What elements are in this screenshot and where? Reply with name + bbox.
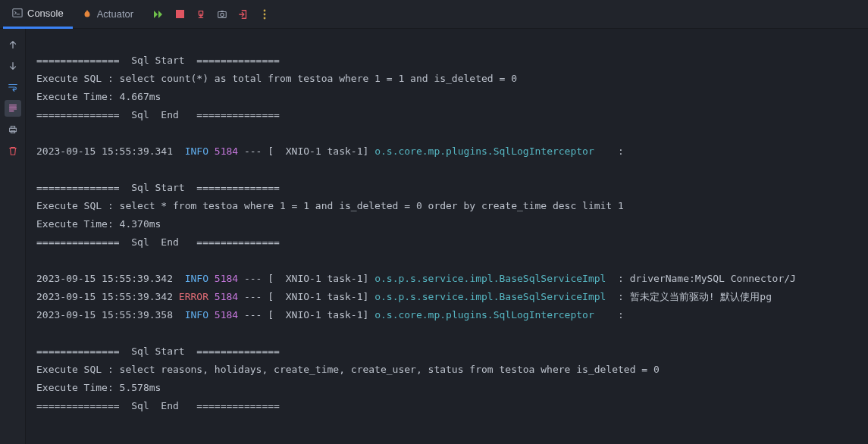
log-line: ============== Sql Start ==============	[36, 342, 857, 361]
svg-point-7	[264, 17, 266, 19]
log-line	[36, 33, 857, 52]
toolbar-actions	[149, 5, 274, 24]
toolbar: Console Actuator	[0, 0, 868, 29]
gutter	[0, 29, 26, 444]
log-line: ============== Sql Start ==============	[36, 52, 857, 70]
log-line	[36, 324, 857, 342]
clear-button[interactable]	[5, 142, 21, 159]
exit-button[interactable]	[233, 5, 253, 24]
console-output[interactable]: ============== Sql Start ==============E…	[26, 29, 868, 444]
log-line	[36, 161, 857, 179]
log-line: 2023-09-15 15:55:39.358 INFO 5184 --- [ …	[36, 306, 857, 324]
svg-point-6	[264, 13, 266, 15]
log-line: Execute Time: 4.667ms	[36, 88, 857, 106]
more-button[interactable]	[255, 5, 274, 24]
log-line: Execute SQL : select * from testoa where…	[36, 197, 857, 215]
scroll-up-button[interactable]	[5, 36, 21, 53]
log-line: 2023-09-15 15:55:39.341 INFO 5184 --- [ …	[36, 142, 857, 161]
log-line: ============== Sql End ==============	[36, 233, 857, 252]
tab-console[interactable]: Console	[3, 0, 73, 29]
log-line	[36, 252, 857, 270]
log-line: 2023-09-15 15:55:39.342 INFO 5184 --- [ …	[36, 270, 857, 288]
log-line	[36, 124, 857, 142]
main: ============== Sql Start ==============E…	[0, 29, 868, 444]
scroll-to-end-button[interactable]	[5, 100, 21, 117]
svg-rect-1	[176, 10, 184, 18]
scroll-down-button[interactable]	[5, 58, 21, 74]
svg-rect-9	[11, 127, 14, 129]
soft-wrap-button[interactable]	[5, 79, 21, 95]
log-line: Execute SQL : select count(*) as total f…	[36, 70, 857, 88]
actuator-icon	[82, 9, 92, 20]
log-line: Execute Time: 5.578ms	[36, 379, 857, 397]
svg-rect-0	[13, 9, 22, 17]
print-button[interactable]	[5, 121, 21, 138]
tab-console-label: Console	[27, 8, 64, 19]
tab-actuator-label: Actuator	[97, 8, 133, 20]
log-line: Execute SQL : select reasons, holidays, …	[36, 361, 857, 379]
log-line: 2023-09-15 15:55:39.342 ERROR 5184 --- […	[36, 288, 857, 306]
log-line: ============== Sql End ==============	[36, 397, 857, 415]
log-line: ============== Sql Start ==============	[36, 179, 857, 197]
snapshot-button[interactable]	[212, 5, 232, 24]
log-line: Execute Time: 4.370ms	[36, 215, 857, 233]
console-icon	[12, 8, 23, 18]
svg-point-5	[264, 9, 266, 11]
tab-actuator[interactable]: Actuator	[73, 0, 143, 29]
rerun-button[interactable]	[149, 5, 168, 24]
log-line	[36, 415, 857, 433]
log-line: ============== Sql End ==============	[36, 106, 857, 124]
svg-point-3	[221, 13, 224, 16]
svg-rect-2	[218, 11, 227, 17]
attach-debugger-button[interactable]	[191, 5, 211, 24]
svg-rect-4	[221, 11, 224, 12]
stop-button[interactable]	[170, 5, 190, 24]
